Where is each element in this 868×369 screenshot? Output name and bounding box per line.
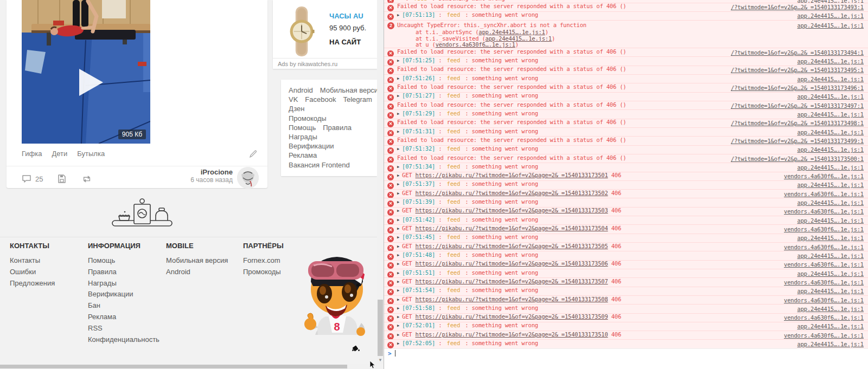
request-url-link[interactable]: https://pikabu.ru/?twitmode=1&of=v2&page…	[416, 313, 608, 320]
post-gif-image[interactable]: 905 Кб	[22, 0, 150, 144]
source-file-link[interactable]: app.24e4415….1e.js:1	[797, 0, 864, 3]
footer-link[interactable]: Мобильная версия	[166, 255, 228, 267]
request-source-link[interactable]: /?twitmode=1&of=v2&p…2& =1540133173500:1	[731, 156, 864, 162]
expand-triangle-icon[interactable]: ▶	[397, 112, 399, 116]
sidebar-link[interactable]: Вакансия Frontend	[289, 161, 350, 169]
source-file-link[interactable]: app.24e4415….1e.js:1	[797, 58, 864, 64]
footer-link[interactable]: Предложения	[10, 278, 55, 289]
footer-link[interactable]: Android	[166, 267, 228, 278]
source-file-link[interactable]: app.24e4415….1e.js:1	[797, 76, 864, 82]
expand-triangle-icon[interactable]: ▶	[397, 271, 399, 275]
console-prompt[interactable]: >	[384, 348, 868, 358]
source-file-link[interactable]: app.24e4415….1e.js:1	[797, 22, 864, 29]
sidebar-link[interactable]: Мобильная версия	[320, 86, 382, 94]
save-icon[interactable]	[57, 174, 67, 184]
request-url-link[interactable]: https://pikabu.ru/?twitmode=1&of=v2&page…	[416, 225, 608, 231]
source-file-link[interactable]: vendors.4a630f6….1e.js:1	[784, 332, 864, 339]
source-file-link[interactable]: vendors.4a630f6….1e.js:1	[784, 173, 864, 179]
source-file-link[interactable]: app.24e4415….1e.js:1	[797, 235, 864, 241]
expand-triangle-icon[interactable]: ▶	[397, 0, 399, 1]
tag-link[interactable]: Гифка	[22, 150, 42, 158]
source-file-link[interactable]: app.24e4415….1e.js:1	[797, 93, 864, 100]
footer-link[interactable]: Награды	[88, 278, 159, 289]
footer-link[interactable]: Конфиденциальность	[88, 334, 159, 346]
scrollbar-down-arrow[interactable]: ▼	[377, 357, 384, 364]
source-file-link[interactable]: vendors.4a630f6….1e.js:1	[784, 279, 864, 286]
source-file-link[interactable]: app.24e4415….1e.js:1	[797, 341, 864, 347]
source-file-link[interactable]: vendors.4a630f6….1e.js:1	[784, 208, 864, 215]
stack-source-link[interactable]: app.24e4415….1e.js:1	[486, 35, 552, 42]
page-vertical-scrollbar[interactable]: ▼	[377, 0, 384, 364]
expand-triangle-icon[interactable]: ▶	[397, 165, 399, 169]
sidebar-link[interactable]: Facebook	[305, 95, 336, 103]
stack-source-link[interactable]: vendors.4a630f6….1e.js:1	[436, 41, 515, 48]
request-url-link[interactable]: https://pikabu.ru/?twitmode=1&of=v2&page…	[416, 190, 608, 196]
request-url-link[interactable]: https://pikabu.ru/?twitmode=1&of=v2&page…	[416, 172, 608, 178]
source-file-link[interactable]: app.24e4415….1e.js:1	[797, 306, 864, 312]
expand-triangle-icon[interactable]: ▶	[397, 262, 399, 266]
source-file-link[interactable]: app.24e4415….1e.js:1	[797, 288, 864, 294]
expand-triangle-icon[interactable]: ▶	[397, 288, 399, 293]
ad-cta-link[interactable]: НА САЙТ	[329, 38, 361, 46]
source-file-link[interactable]: app.24e4415….1e.js:1	[797, 323, 864, 329]
sidebar-link[interactable]: Правила	[323, 124, 352, 132]
footer-link[interactable]: Контакты	[10, 255, 55, 267]
expand-triangle-icon[interactable]: ▶	[397, 226, 399, 231]
ad-byline-link[interactable]: Ads by nikawatches.ru	[273, 58, 377, 69]
footer-link[interactable]: Промокоды	[243, 267, 284, 278]
source-file-link[interactable]: app.24e4415….1e.js:1	[797, 12, 864, 19]
request-source-link[interactable]: /?twitmode=1&of=v2&p…2& =1540133173493:1	[731, 4, 864, 10]
source-file-link[interactable]: app.24e4415….1e.js:1	[797, 129, 864, 135]
sidebar-link[interactable]: Награды	[289, 133, 317, 141]
comments-icon[interactable]	[22, 174, 31, 184]
expand-triangle-icon[interactable]: ▶	[397, 323, 399, 328]
source-file-link[interactable]: app.24e4415….1e.js:1	[797, 253, 864, 259]
author-name[interactable]: iProcione	[190, 168, 233, 176]
expand-triangle-icon[interactable]: ▶	[397, 253, 399, 257]
request-source-link[interactable]: /?twitmode=1&of=v2&p…2& =1540133173494:1	[731, 49, 864, 56]
expand-triangle-icon[interactable]: ▶	[397, 235, 399, 239]
source-file-link[interactable]: app.24e4415….1e.js:1	[797, 146, 864, 153]
source-file-link[interactable]: vendors.4a630f6….1e.js:1	[784, 226, 864, 232]
footer-link[interactable]: Правила	[88, 267, 159, 278]
expand-triangle-icon[interactable]: ▶	[397, 218, 399, 222]
request-url-link[interactable]: https://pikabu.ru/?twitmode=1&of=v2&page…	[416, 331, 608, 338]
expand-triangle-icon[interactable]: ▶	[397, 191, 399, 196]
sidebar-link[interactable]: Telegram	[343, 95, 372, 103]
footer-link[interactable]: Бан	[88, 300, 159, 312]
expand-triangle-icon[interactable]: ▶	[397, 147, 399, 151]
request-url-link[interactable]: https://pikabu.ru/?twitmode=1&of=v2&page…	[416, 260, 608, 267]
expand-triangle-icon[interactable]: ▶	[397, 130, 399, 134]
footer-link[interactable]: Верификации	[88, 289, 159, 300]
request-source-link[interactable]: /?twitmode=1&of=v2&p…2& =1540133173499:1	[731, 138, 864, 144]
expand-triangle-icon[interactable]: ▶	[397, 94, 399, 98]
request-source-link[interactable]: /?twitmode=1&of=v2&p…2& =1540133173497:1	[731, 102, 864, 109]
author-avatar[interactable]	[237, 167, 259, 189]
source-file-link[interactable]: vendors.4a630f6….1e.js:1	[784, 297, 864, 303]
stack-source-link[interactable]: app.24e4415….1e.js:1	[478, 29, 545, 35]
sidebar-link[interactable]: Android	[289, 86, 313, 94]
footer-link[interactable]: RSS	[88, 323, 159, 334]
request-source-link[interactable]: /?twitmode=1&of=v2&p…2& =1540133173495:1	[731, 67, 864, 73]
expand-triangle-icon[interactable]: ▶	[397, 200, 399, 204]
source-file-link[interactable]: app.24e4415….1e.js:1	[797, 199, 864, 206]
footer-link[interactable]: Fornex.com	[243, 255, 284, 267]
request-url-link[interactable]: https://pikabu.ru/?twitmode=1&of=v2&page…	[416, 278, 608, 284]
expand-triangle-icon[interactable]: ▶	[397, 306, 399, 310]
sidebar-link[interactable]: Промокоды	[289, 114, 327, 122]
request-url-link[interactable]: https://pikabu.ru/?twitmode=1&of=v2&page…	[416, 243, 608, 249]
expand-triangle-icon[interactable]: ▶	[397, 244, 399, 249]
expand-triangle-icon[interactable]: ▶	[397, 280, 399, 284]
source-file-link[interactable]: app.24e4415….1e.js:1	[797, 217, 864, 224]
expand-triangle-icon[interactable]: ▶	[397, 333, 399, 337]
sidebar-link[interactable]: Реклама	[289, 151, 317, 159]
expand-triangle-icon[interactable]: ▶	[397, 76, 399, 81]
expand-triangle-icon[interactable]: ▶	[397, 13, 399, 17]
expand-triangle-icon[interactable]: ▶	[397, 297, 399, 302]
source-file-link[interactable]: vendors.4a630f6….1e.js:1	[784, 314, 864, 321]
source-file-link[interactable]: app.24e4415….1e.js:1	[797, 164, 864, 171]
request-source-link[interactable]: /?twitmode=1&of=v2&p…2& =1540133173498:1	[731, 120, 864, 126]
sidebar-link[interactable]: Дзен	[289, 105, 304, 113]
expand-triangle-icon[interactable]: ▶	[397, 182, 399, 186]
expand-triangle-icon[interactable]: ▶	[397, 59, 399, 63]
